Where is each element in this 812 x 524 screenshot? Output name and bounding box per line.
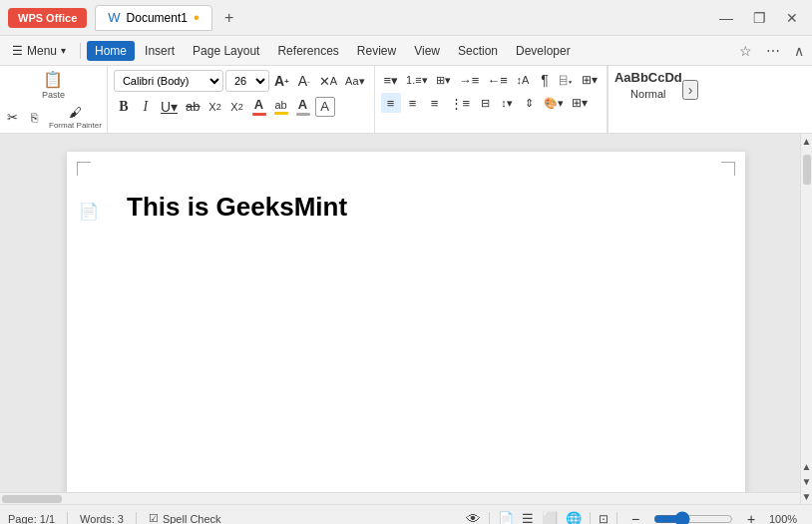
collapse-icon[interactable]: ∧ <box>790 41 808 61</box>
horizontal-scrollbar[interactable] <box>0 492 800 504</box>
align-center-button[interactable]: ≡ <box>403 93 423 113</box>
border-shading-button[interactable]: ⊞▾ <box>579 70 601 90</box>
wps-logo[interactable]: WPS Office <box>8 8 87 28</box>
word-count: Words: 3 <box>80 513 124 524</box>
strikethrough-button[interactable]: ab <box>183 97 203 117</box>
paste-button[interactable]: 📋 Paste <box>38 68 69 102</box>
char-shading-button[interactable]: A <box>293 95 313 118</box>
vertical-scrollbar[interactable]: ▲ ▲ ▼ ▼ <box>800 134 812 504</box>
justify-button[interactable]: ⋮≡ <box>447 93 474 113</box>
highlight-button[interactable]: ab <box>271 97 291 117</box>
underline-button[interactable]: U▾ <box>158 97 181 117</box>
scroll-thumb-v[interactable] <box>803 155 811 185</box>
char-shading-bar <box>296 113 310 116</box>
bg-color-button[interactable]: 🎨▾ <box>541 93 567 113</box>
status-bar: Page: 1/1 Words: 3 ☑ Spell Check 👁 📄 ☰ ⬜… <box>0 504 812 524</box>
font-family-select[interactable]: Calibri (Body) <box>114 70 223 92</box>
zoom-in-button[interactable]: + <box>741 509 761 524</box>
increase-font-button[interactable]: A+ <box>271 71 292 91</box>
status-sep-2 <box>136 512 137 524</box>
hamburger-menu[interactable]: ☰ Menu ▾ <box>4 42 74 60</box>
subscript-button[interactable]: X2 <box>205 97 225 117</box>
outline-button[interactable]: ⊞▾ <box>433 70 454 90</box>
minimize-button[interactable]: — <box>713 8 739 28</box>
spell-check-icon: ☑ <box>149 512 159 524</box>
menu-review[interactable]: Review <box>349 41 404 61</box>
increase-indent-button[interactable]: →≡ <box>456 70 483 90</box>
menu-home[interactable]: Home <box>87 41 135 61</box>
line-spacing-button[interactable]: ↕▾ <box>497 93 517 113</box>
change-case-button[interactable]: Aa▾ <box>342 71 367 91</box>
restore-button[interactable]: ❐ <box>747 8 772 28</box>
paragraph-spacing-button[interactable]: ⇕ <box>519 93 539 113</box>
copy-button[interactable]: ⎘ <box>24 108 44 128</box>
zoom-frame-icon[interactable]: ⊡ <box>599 512 609 524</box>
clear-format-button[interactable]: ✕A <box>316 71 340 91</box>
scroll-down-arrow[interactable]: ▼ <box>802 489 812 504</box>
view-icon-eye[interactable]: 👁 <box>466 510 481 524</box>
formatting-row: B I U▾ ab X2 X2 A ab A <box>114 95 335 118</box>
document-tab[interactable]: W Document1 • <box>95 5 211 31</box>
cut-button[interactable]: ✂ <box>2 108 22 128</box>
more-icon[interactable]: ⋯ <box>762 41 784 61</box>
new-tab-button[interactable]: + <box>218 7 240 29</box>
italic-button[interactable]: I <box>136 97 156 117</box>
star-icon[interactable]: ☆ <box>735 41 756 61</box>
paragraph-group: ≡▾ 1.≡▾ ⊞▾ →≡ ←≡ ↕A ¶ ⌸▾ ⊞▾ ≡ ≡ ≡ ⋮≡ ⊟ ↕… <box>375 66 608 133</box>
superscript-button[interactable]: X2 <box>227 97 247 117</box>
decrease-indent-button[interactable]: ←≡ <box>484 70 511 90</box>
format-painter-button[interactable]: 🖌 Format Painter <box>46 104 105 131</box>
paste-label: Paste <box>42 90 65 100</box>
numbered-list-button[interactable]: 1.≡▾ <box>403 70 431 90</box>
status-sep-4 <box>590 512 591 524</box>
zoom-slider[interactable] <box>653 511 733 524</box>
menu-section[interactable]: Section <box>450 41 506 61</box>
char-shading-a: A <box>298 97 307 112</box>
scroll-up-arrow[interactable]: ▲ <box>801 134 812 149</box>
font-color-a: A <box>254 97 263 112</box>
menu-developer[interactable]: Developer <box>508 41 579 61</box>
status-sep-1 <box>67 512 68 524</box>
zoom-out-button[interactable]: − <box>625 509 645 524</box>
view-globe-icon[interactable]: 🌐 <box>566 511 582 524</box>
menu-view[interactable]: View <box>406 41 448 61</box>
show-marks-button[interactable]: ¶ <box>535 70 555 90</box>
view-web-icon[interactable]: ⬜ <box>542 511 558 524</box>
document-area: 📄 This is GeeksMint ▲ ▲ ▼ ▼ <box>0 134 812 504</box>
scroll-thumb-h[interactable] <box>2 495 62 503</box>
title-bar: WPS Office W Document1 • + — ❐ ✕ <box>0 0 812 36</box>
document-marker-icon: 📄 <box>79 202 99 221</box>
font-color-button[interactable]: A <box>249 95 269 118</box>
doc-tab-title: Document1 <box>127 11 188 25</box>
page-info: Page: 1/1 <box>8 513 55 524</box>
unsaved-dot: • <box>194 10 200 26</box>
distributed-button[interactable]: ⊟ <box>475 93 495 113</box>
close-button[interactable]: ✕ <box>780 8 804 28</box>
col-layout-button[interactable]: ⌸▾ <box>557 70 577 90</box>
align-left-button[interactable]: ≡ <box>381 93 401 113</box>
view-normal-icon[interactable]: 📄 <box>498 511 514 524</box>
borders-button[interactable]: ⊞▾ <box>569 93 591 113</box>
menu-page-layout[interactable]: Page Layout <box>185 41 267 61</box>
style-name: Normal <box>630 88 665 100</box>
align-right-button[interactable]: ≡ <box>425 93 445 113</box>
text-frame-button[interactable]: A <box>315 97 335 117</box>
document-content[interactable]: This is GeeksMint <box>127 192 685 223</box>
sort-button[interactable]: ↕A <box>513 70 533 90</box>
highlight-ab: ab <box>274 99 286 111</box>
view-outline-icon[interactable]: ☰ <box>522 511 534 524</box>
decrease-font-button[interactable]: A- <box>294 71 314 91</box>
font-size-select[interactable]: 26 8101112 14182436 <box>225 70 269 92</box>
scroll-next-arrow[interactable]: ▼ <box>802 474 812 489</box>
bold-button[interactable]: B <box>114 97 134 117</box>
spell-check-item[interactable]: ☑ Spell Check <box>149 512 221 524</box>
font-color-bar <box>252 113 266 116</box>
bullet-list-button[interactable]: ≡▾ <box>381 70 402 90</box>
style-expand-button[interactable]: › <box>682 80 699 100</box>
align-row: ≡ ≡ ≡ ⋮≡ ⊟ ↕▾ ⇕ 🎨▾ ⊞▾ <box>381 93 592 113</box>
scroll-prev-arrow[interactable]: ▲ <box>802 459 812 474</box>
menu-insert[interactable]: Insert <box>137 41 183 61</box>
menu-references[interactable]: References <box>269 41 346 61</box>
menu-chevron-icon: ▾ <box>61 45 66 56</box>
format-painter-icon: 🖌 <box>69 105 82 120</box>
